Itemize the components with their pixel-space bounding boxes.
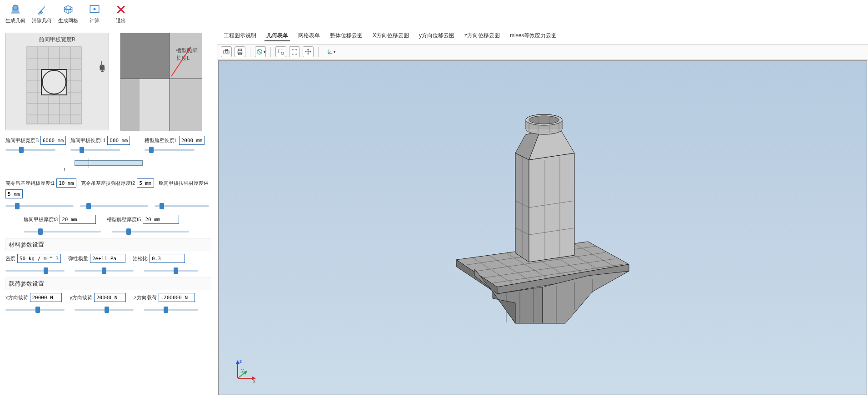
- t4-input[interactable]: [5, 189, 23, 198]
- t3-label: 舱间甲板厚度t3: [24, 216, 58, 223]
- exit-label: 退出: [116, 17, 126, 24]
- 3d-viewport[interactable]: z x y: [218, 60, 867, 395]
- generate-mesh-button[interactable]: 生成网格: [56, 2, 80, 26]
- svg-text:x: x: [253, 379, 255, 384]
- deck-diagram: 舱间甲板宽度B 舱间甲板长度L1: [5, 33, 109, 130]
- fy-label: y方向载荷: [70, 294, 93, 301]
- diagram1-top-label: 舱间甲板宽度B: [6, 35, 109, 44]
- tab-mesh-form[interactable]: 网格表单: [296, 31, 322, 41]
- print-button[interactable]: [234, 46, 245, 57]
- svg-rect-26: [225, 50, 227, 51]
- axis-gizmo: z x y: [232, 358, 258, 384]
- svg-point-33: [281, 52, 284, 54]
- generate-geometry-button[interactable]: 生成几何: [4, 2, 27, 26]
- thickness-t-label: t: [64, 167, 177, 172]
- generate-geometry-label: 生成几何: [5, 17, 25, 24]
- tab-geometry-form[interactable]: 几何表单: [264, 31, 290, 41]
- elastic-slider[interactable]: [75, 270, 134, 272]
- L-input[interactable]: [179, 136, 205, 145]
- t5-input[interactable]: [143, 215, 179, 224]
- axis-dropdown[interactable]: ▾: [323, 46, 339, 57]
- load-section-title: 载荷参数设置: [5, 277, 211, 290]
- B-slider[interactable]: [5, 149, 55, 151]
- svg-marker-82: [236, 360, 239, 364]
- tab-total-displacement[interactable]: 整体位移云图: [328, 31, 364, 41]
- t5-slider[interactable]: [112, 231, 189, 233]
- elastic-label: 弹性模量: [68, 255, 88, 262]
- t1-label: 克令吊基座钢板厚度t1: [5, 180, 55, 187]
- fy-slider[interactable]: [75, 309, 134, 311]
- poisson-slider[interactable]: [144, 270, 198, 272]
- t2-slider[interactable]: [80, 205, 148, 207]
- generate-mesh-label: 生成网格: [58, 17, 78, 24]
- no-entry-icon: [256, 48, 263, 55]
- fx-label: x方向载荷: [5, 294, 28, 301]
- result-tabs: 工程图示说明 几何表单 网格表单 整体位移云图 X方向位移云图 y方向位移云图 …: [217, 28, 868, 45]
- svg-rect-20: [140, 79, 170, 131]
- svg-text:y: y: [241, 368, 244, 373]
- axis-triad-icon: [326, 48, 334, 55]
- viewport-panel: 工程图示说明 几何表单 网格表单 整体位移云图 X方向位移云图 y方向位移云图 …: [217, 28, 868, 396]
- fx-slider[interactable]: [5, 309, 65, 311]
- viewport-toolbar: ▾ ▾: [217, 45, 868, 59]
- screenshot-button[interactable]: [221, 46, 232, 57]
- zoom-area-button[interactable]: [275, 46, 286, 57]
- svg-rect-17: [120, 33, 170, 79]
- svg-rect-29: [239, 53, 242, 54]
- fit-view-button[interactable]: [289, 46, 300, 57]
- svg-line-37: [328, 51, 330, 54]
- fy-input[interactable]: [94, 293, 126, 302]
- svg-rect-14: [41, 69, 67, 95]
- t2-input[interactable]: [137, 178, 154, 188]
- fx-input[interactable]: [30, 293, 62, 302]
- t3-slider[interactable]: [24, 231, 101, 233]
- svg-rect-19: [120, 79, 140, 131]
- density-input[interactable]: [17, 254, 61, 263]
- t4-slider[interactable]: [155, 205, 209, 207]
- density-slider[interactable]: [5, 270, 65, 272]
- calculate-button[interactable]: 计算: [83, 2, 106, 26]
- tab-engineering-diagram[interactable]: 工程图示说明: [222, 31, 258, 41]
- L1-label: 舱间甲板长度L1: [70, 138, 106, 143]
- B-label: 舱间甲板宽度B: [5, 138, 39, 143]
- play-icon: [89, 4, 100, 15]
- t4-label: 舱间甲板扶强材厚度t4: [159, 180, 208, 187]
- t3-input[interactable]: [60, 215, 96, 224]
- svg-rect-28: [239, 49, 242, 51]
- tab-x-displacement[interactable]: X方向位移云图: [371, 31, 411, 41]
- L-label: 槽型舱壁长度L: [145, 138, 177, 143]
- t1-input[interactable]: [56, 178, 76, 188]
- printer-icon: [236, 48, 244, 55]
- pan-button[interactable]: [303, 46, 314, 57]
- svg-line-31: [258, 50, 261, 54]
- material-section-title: 材料参数设置: [5, 238, 211, 251]
- diagram1-right-label: 舱间甲板长度L1: [98, 60, 106, 73]
- svg-line-34: [283, 54, 284, 55]
- elastic-input[interactable]: [90, 254, 125, 263]
- L-slider[interactable]: [145, 149, 195, 151]
- svg-marker-63: [529, 153, 574, 262]
- poisson-input[interactable]: [150, 254, 185, 263]
- calculate-label: 计算: [90, 17, 100, 24]
- tab-mises-stress[interactable]: mises等效应力云图: [508, 31, 559, 41]
- brush-icon: [36, 4, 48, 15]
- fz-slider[interactable]: [144, 309, 198, 311]
- zoom-area-icon: [277, 48, 284, 55]
- poisson-label: 泊松比: [133, 255, 148, 262]
- denied-button[interactable]: ▾: [255, 46, 266, 57]
- L1-input[interactable]: [107, 136, 130, 145]
- fz-input[interactable]: [159, 293, 195, 302]
- main-toolbar: 生成几何 清除几何 生成网格 计算 退出: [0, 0, 868, 28]
- svg-text:z: z: [239, 359, 242, 364]
- bulkhead-diagram: 槽型舱壁长度L: [120, 33, 202, 130]
- tab-y-displacement[interactable]: y方向位移云图: [417, 31, 456, 41]
- L1-slider[interactable]: [70, 149, 120, 151]
- exit-button[interactable]: 退出: [109, 2, 133, 26]
- thickness-diagram: t: [40, 160, 177, 172]
- t1-slider[interactable]: [5, 205, 74, 207]
- model-svg: [447, 110, 638, 346]
- svg-point-25: [225, 51, 228, 53]
- clear-geometry-button[interactable]: 清除几何: [30, 2, 54, 26]
- tab-z-displacement[interactable]: z方向位移云图: [463, 31, 502, 41]
- B-input[interactable]: [40, 136, 66, 145]
